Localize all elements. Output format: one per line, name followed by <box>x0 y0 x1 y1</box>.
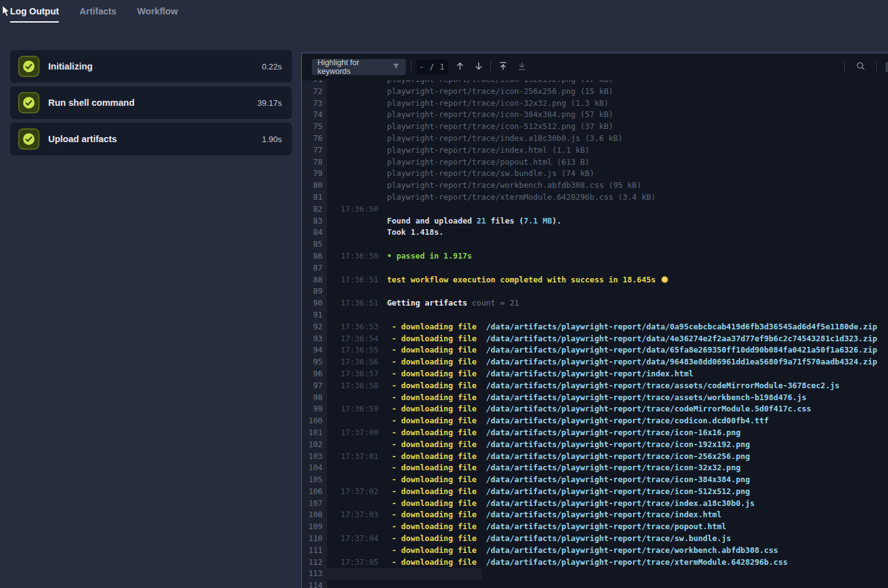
tab-log-output[interactable]: Log Output <box>10 6 59 23</box>
timestamp <box>327 262 378 274</box>
log-text: - downloading file /data/artifacts/playw… <box>378 415 769 427</box>
log-text: - downloading file /data/artifacts/playw… <box>378 474 750 486</box>
log-line: 11017:37:04 - downloading file /data/art… <box>302 533 888 545</box>
log-text: - downloading file /data/artifacts/playw… <box>378 380 839 392</box>
line-number: 91 <box>302 309 327 321</box>
log-text: - downloading file /data/artifacts/playw… <box>378 356 877 368</box>
line-number: 80 <box>302 180 327 192</box>
timestamp <box>327 239 378 250</box>
timestamp: 17:36:50 <box>327 204 378 215</box>
timestamp: 17:37:00 <box>327 427 378 439</box>
timestamp <box>327 157 378 168</box>
timestamp <box>327 580 378 588</box>
timestamp <box>327 192 378 204</box>
timestamp <box>327 474 378 486</box>
line-number: 94 <box>302 344 327 356</box>
log-line: 9917:36:59 - downloading file /data/arti… <box>302 403 888 415</box>
log-line: 9517:36:56 - downloading file /data/arti… <box>302 356 888 368</box>
line-number: 73 <box>302 98 327 110</box>
line-number: 71 <box>302 80 327 86</box>
scroll-to-top-button[interactable] <box>496 59 510 75</box>
tab-workflow[interactable]: Workflow <box>137 6 178 23</box>
timestamp: 17:36:58 <box>327 380 378 392</box>
log-text: - downloading file /data/artifacts/playw… <box>378 368 693 380</box>
log-line: 100 - downloading file /data/artifacts/p… <box>302 415 888 427</box>
success-check-icon <box>18 128 39 150</box>
step-card[interactable]: Run shell command39.17s <box>10 86 292 119</box>
timestamp: 17:37:04 <box>327 533 378 545</box>
log-line: 10117:37:00 - downloading file /data/art… <box>302 427 888 439</box>
log-line: 74playwright-report/trace/icon-384x384.p… <box>302 109 888 121</box>
arrow-up-icon <box>455 61 465 73</box>
log-line: 10317:37:01 - downloading file /data/art… <box>302 451 888 463</box>
timestamp: 17:36:53 <box>327 321 378 333</box>
prev-match-button[interactable] <box>453 59 467 75</box>
arrow-down-icon <box>473 61 484 73</box>
log-text: - downloading file /data/artifacts/playw… <box>378 557 788 569</box>
highlight-keywords-input[interactable]: Highlight for keywords <box>312 59 406 75</box>
step-card[interactable]: Upload artifacts1.90s <box>10 123 292 155</box>
log-line: 91 <box>302 309 888 321</box>
timestamp <box>327 439 378 451</box>
line-number: 112 <box>302 557 327 569</box>
timestamp <box>327 180 378 192</box>
log-text: Found and uploaded 21 files (7.1 MB). <box>378 215 562 227</box>
timestamp: 17:36:54 <box>327 333 378 345</box>
line-number: 102 <box>302 439 327 451</box>
timestamp <box>327 98 378 110</box>
log-panel: Highlight for keywords - / 1 71 <box>301 53 888 588</box>
line-number: 110 <box>302 533 327 545</box>
log-line: 104 - downloading file /data/artifacts/p… <box>302 462 888 474</box>
line-number: 75 <box>302 121 327 133</box>
log-line: 107 - downloading file /data/artifacts/p… <box>302 498 888 510</box>
log-line: 76playwright-report/trace/index.a18c30b0… <box>302 133 888 145</box>
log-line: 9417:36:55 - downloading file /data/arti… <box>302 344 888 356</box>
log-text: playwright-report/trace/index.html (1.1 … <box>378 145 590 157</box>
timestamp <box>327 568 378 580</box>
log-line: 10817:37:03 - downloading file /data/art… <box>302 509 888 521</box>
log-line: 73playwright-report/trace/icon-32x32.png… <box>302 98 888 110</box>
log-line: 9617:36:57 - downloading file /data/arti… <box>302 368 888 380</box>
log-line: 72playwright-report/trace/icon-256x256.p… <box>302 86 888 98</box>
timestamp: 17:37:01 <box>327 451 378 463</box>
step-card[interactable]: Initializing0.22s <box>10 50 292 83</box>
line-number: 88 <box>302 274 327 286</box>
timestamp <box>327 286 378 297</box>
line-number: 98 <box>302 392 327 404</box>
scroll-to-bottom-icon <box>517 61 527 73</box>
search-button[interactable] <box>854 59 867 75</box>
timestamp <box>327 215 378 227</box>
log-text: • passed in 1.917s <box>378 250 472 262</box>
log-line: 109 - downloading file /data/artifacts/p… <box>302 521 888 533</box>
success-check-icon <box>18 92 39 113</box>
next-match-button[interactable] <box>472 59 485 75</box>
log-line: 87 <box>302 262 888 274</box>
line-number: 85 <box>302 239 327 250</box>
line-number: 87 <box>302 262 327 274</box>
log-text: playwright-report/trace/icon-32x32.png (… <box>378 98 609 110</box>
timestamp: 17:36:59 <box>327 403 378 415</box>
line-number: 107 <box>302 498 327 510</box>
step-duration: 1.90s <box>262 135 282 144</box>
log-text: - downloading file /data/artifacts/playw… <box>378 392 807 404</box>
line-number: 79 <box>302 168 327 180</box>
tab-artifacts[interactable]: Artifacts <box>80 6 116 23</box>
log-line: 79playwright-report/trace/sw.bundle.js (… <box>302 168 888 180</box>
log-line: 78playwright-report/trace/popout.html (6… <box>302 157 888 168</box>
log-output[interactable]: 71playwright-report/trace/icon-192x192.p… <box>302 80 888 588</box>
step-duration: 39.17s <box>257 98 282 108</box>
timestamp <box>327 109 378 121</box>
log-text: playwright-report/trace/popout.html (613… <box>378 157 590 168</box>
line-number: 100 <box>302 415 327 427</box>
scroll-to-bottom-button[interactable] <box>515 59 529 75</box>
step-name: Run shell command <box>48 98 257 108</box>
log-text: playwright-report/trace/icon-256x256.png… <box>378 86 613 98</box>
log-text: - downloading file /data/artifacts/playw… <box>378 321 877 333</box>
log-line: 80playwright-report/trace/workbench.abfd… <box>302 180 888 192</box>
log-line: 83Found and uploaded 21 files (7.1 MB). <box>302 215 888 227</box>
line-number: 84 <box>302 227 327 239</box>
first-place-medal-icon <box>661 276 668 283</box>
log-line: 105 - downloading file /data/artifacts/p… <box>302 474 888 486</box>
log-line: 9217:36:53 - downloading file /data/arti… <box>302 321 888 333</box>
log-text: Took 1.418s. <box>378 227 443 239</box>
